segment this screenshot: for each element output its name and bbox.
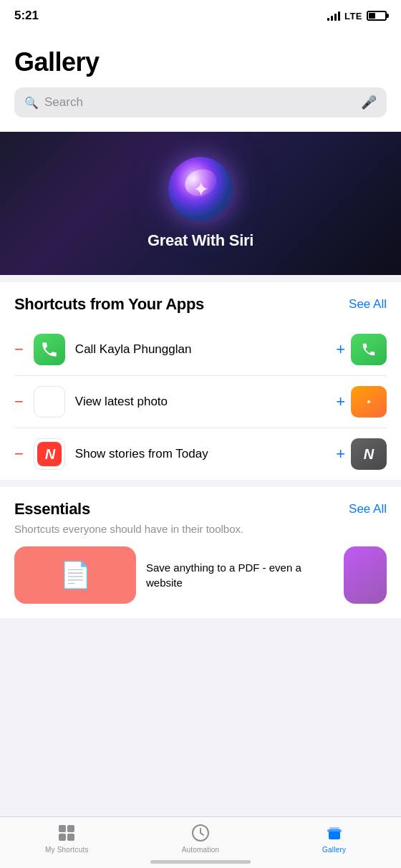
battery-icon	[367, 11, 387, 21]
page-title: Gallery	[14, 39, 387, 87]
status-time: 5:21	[14, 9, 39, 23]
svg-point-0	[47, 400, 52, 404]
essentials-item-text: Save anything to a PDF - even a website	[146, 560, 337, 590]
tab-automation[interactable]: Automation	[172, 823, 229, 854]
essentials-see-all-button[interactable]: See All	[349, 502, 387, 516]
siri-cross-icon	[179, 168, 222, 211]
shortcuts-section-header: Shortcuts from Your Apps See All	[14, 295, 387, 314]
main-content: Gallery 🔍 Search 🎤 Great With Siri	[0, 32, 401, 275]
gallery-icon	[324, 823, 344, 843]
search-placeholder: Search	[44, 95, 355, 110]
add-shortcut-photos-button[interactable]: +	[336, 394, 345, 410]
tab-gallery[interactable]: Gallery	[306, 823, 363, 854]
shortcut-item-photos: − View latest photo +	[14, 376, 387, 428]
remove-shortcut-photos-button[interactable]: −	[14, 394, 24, 410]
svg-point-1	[367, 400, 370, 403]
essentials-right-thumb	[344, 546, 387, 604]
remove-shortcut-news-button[interactable]: −	[14, 446, 24, 462]
shortcut-name-phone: Call Kayla Phungglan	[75, 342, 329, 357]
essentials-card-row: 📄 Save anything to a PDF - even a websit…	[14, 546, 387, 618]
news-app-icon: N	[34, 438, 65, 470]
siri-orb	[168, 157, 233, 221]
shortcut-item-phone: − Call Kayla Phungglan +	[14, 324, 387, 376]
shortcut-name-photos: View latest photo	[75, 395, 329, 409]
tab-gallery-label: Gallery	[322, 846, 346, 854]
status-bar: 5:21 LTE	[0, 0, 401, 32]
shortcut-item-news: − N Show stories from Today + N	[14, 428, 387, 480]
home-indicator	[150, 860, 251, 864]
phone-app-icon	[34, 334, 65, 365]
pdf-icon: 📄	[59, 560, 92, 590]
photos-thumb-icon	[361, 394, 377, 410]
shortcut-name-news: Show stories from Today	[75, 447, 329, 461]
layers-icon	[324, 823, 344, 843]
phone-icon	[40, 340, 59, 359]
status-icons: LTE	[327, 11, 387, 21]
shortcuts-section: Shortcuts from Your Apps See All − Call …	[0, 282, 401, 480]
clock-icon	[190, 823, 211, 843]
lte-label: LTE	[344, 11, 362, 21]
svg-rect-2	[59, 825, 66, 832]
add-shortcut-news-button[interactable]: +	[336, 446, 345, 462]
news-thumb-icon: N	[364, 446, 374, 463]
search-bar[interactable]: 🔍 Search 🎤	[14, 87, 387, 117]
svg-rect-5	[67, 834, 74, 841]
essentials-item-title: Save anything to a PDF - even a website	[146, 561, 301, 589]
battery-fill	[369, 13, 375, 19]
svg-rect-9	[329, 827, 339, 830]
svg-rect-4	[59, 834, 66, 841]
shortcut-thumb-phone	[351, 334, 387, 365]
essentials-section-header: Essentials See All	[14, 500, 387, 519]
remove-shortcut-phone-button[interactable]: −	[14, 342, 24, 357]
essentials-card-pdf[interactable]: 📄	[14, 546, 136, 604]
shortcut-thumb-photos	[351, 386, 387, 418]
section-divider	[0, 275, 401, 282]
hero-banner-title: Great With Siri	[148, 231, 253, 250]
essentials-divider	[0, 480, 401, 487]
shortcut-thumb-news: N	[351, 438, 387, 470]
tab-my-shortcuts-label: My Shortcuts	[45, 846, 89, 854]
signal-bars-icon	[327, 11, 340, 21]
shortcuts-see-all-button[interactable]: See All	[349, 297, 387, 312]
pinwheel-icon	[37, 390, 62, 414]
my-shortcuts-icon	[57, 823, 77, 843]
grid-icon	[57, 823, 77, 843]
tab-my-shortcuts[interactable]: My Shortcuts	[38, 823, 95, 854]
svg-rect-7	[329, 831, 340, 839]
automation-icon	[190, 823, 211, 843]
search-icon: 🔍	[24, 96, 39, 110]
phone-thumb-icon	[361, 342, 377, 357]
essentials-section-title: Essentials	[14, 500, 90, 519]
essentials-section: Essentials See All Shortcuts everyone sh…	[0, 487, 401, 618]
microphone-icon[interactable]: 🎤	[361, 95, 377, 110]
tab-automation-label: Automation	[182, 846, 220, 854]
hero-banner[interactable]: Great With Siri	[0, 132, 401, 275]
svg-rect-3	[67, 825, 74, 832]
news-n-icon: N	[37, 442, 62, 466]
photos-app-icon	[34, 386, 65, 418]
essentials-subtitle: Shortcuts everyone should have in their …	[14, 523, 387, 535]
add-shortcut-phone-button[interactable]: +	[336, 342, 345, 357]
shortcuts-section-title: Shortcuts from Your Apps	[14, 295, 204, 314]
